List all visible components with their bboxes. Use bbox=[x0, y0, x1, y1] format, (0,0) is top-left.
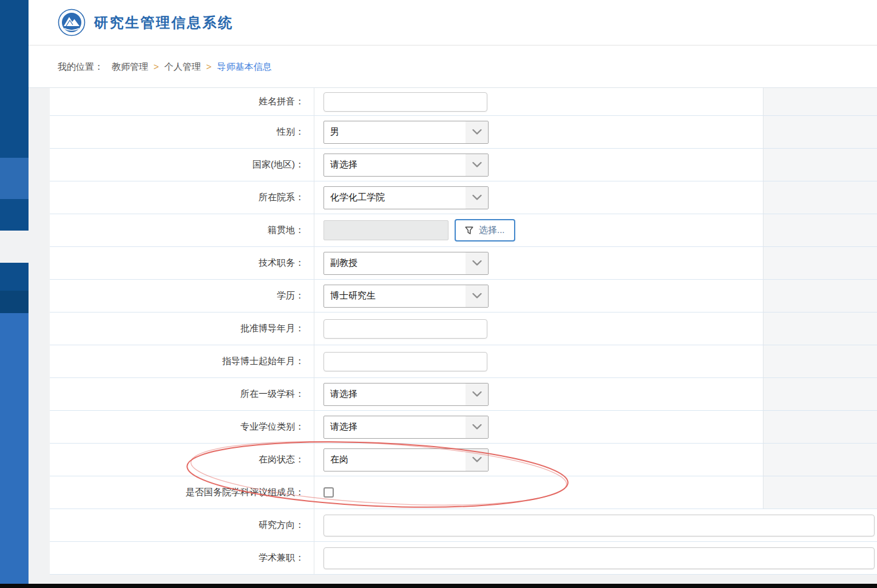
form-row-research-direction: 研究方向： bbox=[50, 509, 877, 542]
form-row-on-duty-status: 在岗状态： 在岗 bbox=[50, 444, 877, 476]
professional-degree-category-select[interactable]: 请选择 bbox=[323, 416, 489, 439]
chevron-down-icon bbox=[466, 449, 488, 471]
chevron-down-icon bbox=[466, 416, 488, 438]
on-duty-status-selected-value: 在岗 bbox=[324, 454, 466, 465]
academic-part-time-label: 学术兼职： bbox=[259, 552, 304, 564]
row-filler bbox=[763, 280, 877, 312]
native-place-picker-button[interactable]: 选择... bbox=[455, 219, 515, 242]
breadcrumb: 我的位置： 教师管理>个人管理>导师基本信息 bbox=[29, 46, 877, 88]
row-filler bbox=[763, 411, 877, 443]
state-council-review-member-checkbox[interactable] bbox=[323, 487, 334, 498]
department-label: 所在院系： bbox=[259, 192, 304, 203]
form-row-name-pinyin: 姓名拼音： bbox=[50, 88, 877, 116]
gender-select[interactable]: 男 bbox=[323, 121, 489, 144]
department-select[interactable]: 化学化工学院 bbox=[323, 186, 489, 209]
chevron-down-icon bbox=[466, 252, 488, 274]
row-filler bbox=[763, 345, 877, 377]
professional-degree-category-selected-value: 请选择 bbox=[324, 421, 466, 433]
row-filler bbox=[763, 378, 877, 410]
country-region-label: 国家(地区)： bbox=[252, 159, 304, 171]
chevron-down-icon bbox=[466, 384, 488, 405]
form-row-department: 所在院系： 化学化工学院 bbox=[50, 181, 877, 214]
name-pinyin-input[interactable] bbox=[323, 92, 487, 112]
doctoral-supervisor-approval-date-label: 批准博导年月： bbox=[240, 323, 304, 334]
form-row-technical-title: 技术职务： 副教授 bbox=[50, 247, 877, 280]
row-filler bbox=[763, 181, 877, 214]
professional-degree-category-label: 专业学位类别： bbox=[240, 421, 304, 433]
sidebar-section[interactable] bbox=[0, 291, 29, 313]
doctoral-supervisor-approval-date-input[interactable] bbox=[323, 319, 487, 339]
native-place-label: 籍贯地： bbox=[268, 225, 304, 236]
technical-title-label: 技术职务： bbox=[259, 257, 304, 269]
education-selected-value: 博士研究生 bbox=[324, 290, 466, 302]
supervisor-info-form: 姓名拼音： 性别： 男 国家(地区)： 请选择 所在院系： 化学化工学院 籍贯地… bbox=[50, 88, 877, 575]
first-level-discipline-selected-value: 请选择 bbox=[324, 388, 466, 400]
form-row-doctoral-guidance-start-date: 指导博士起始年月： bbox=[50, 345, 877, 378]
form-row-professional-degree-category: 专业学位类别： 请选择 bbox=[50, 411, 877, 444]
breadcrumb-item-2[interactable]: 个人管理 bbox=[164, 61, 201, 72]
first-level-discipline-label: 所在一级学科： bbox=[240, 388, 304, 400]
state-council-review-member-label: 是否国务院学科评议组成员： bbox=[186, 487, 304, 498]
technical-title-selected-value: 副教授 bbox=[324, 257, 466, 269]
first-level-discipline-select[interactable]: 请选择 bbox=[323, 383, 489, 406]
form-row-doctoral-supervisor-approval-date: 批准博导年月： bbox=[50, 313, 877, 345]
form-row-country-region: 国家(地区)： 请选择 bbox=[50, 149, 877, 181]
form-row-gender: 性别： 男 bbox=[50, 116, 877, 149]
chevron-down-icon bbox=[466, 121, 488, 143]
technical-title-select[interactable]: 副教授 bbox=[323, 252, 489, 275]
on-duty-status-label: 在岗状态： bbox=[259, 454, 304, 465]
on-duty-status-select[interactable]: 在岗 bbox=[323, 448, 489, 471]
row-filler bbox=[763, 88, 877, 115]
doctoral-guidance-start-date-input[interactable] bbox=[323, 352, 487, 371]
sidebar-gap bbox=[0, 231, 29, 263]
row-filler bbox=[763, 247, 877, 279]
sidebar-section[interactable] bbox=[0, 313, 29, 584]
academic-part-time-input[interactable] bbox=[323, 547, 875, 569]
form-row-native-place: 籍贯地： 选择... bbox=[50, 214, 877, 247]
bottom-black-bar bbox=[0, 584, 877, 588]
page-title: 研究生管理信息系统 bbox=[94, 13, 234, 32]
department-selected-value: 化学化工学院 bbox=[324, 192, 466, 203]
university-logo-icon bbox=[58, 8, 86, 36]
sidebar-section[interactable] bbox=[0, 263, 29, 291]
chevron-down-icon bbox=[466, 187, 488, 209]
education-label: 学历： bbox=[277, 290, 304, 302]
sidebar-nav-strip[interactable] bbox=[0, 0, 29, 584]
native-place-picker-button-label: 选择... bbox=[479, 225, 505, 236]
sidebar-section[interactable] bbox=[0, 0, 29, 158]
chevron-down-icon bbox=[466, 285, 488, 307]
form-row-education: 学历： 博士研究生 bbox=[50, 280, 877, 313]
filter-funnel-icon bbox=[465, 226, 473, 235]
doctoral-guidance-start-date-label: 指导博士起始年月： bbox=[222, 356, 304, 367]
country-region-select[interactable]: 请选择 bbox=[323, 154, 489, 177]
app-header: 研究生管理信息系统 bbox=[29, 0, 877, 46]
breadcrumb-prefix: 我的位置： bbox=[58, 61, 103, 73]
country-region-selected-value: 请选择 bbox=[324, 159, 466, 171]
sidebar-section[interactable] bbox=[0, 199, 29, 231]
education-select[interactable]: 博士研究生 bbox=[323, 285, 489, 308]
row-filler bbox=[763, 476, 877, 509]
gender-selected-value: 男 bbox=[324, 126, 466, 138]
row-filler bbox=[763, 444, 877, 476]
chevron-down-icon bbox=[466, 154, 488, 176]
research-direction-label: 研究方向： bbox=[259, 519, 304, 531]
breadcrumb-separator: > bbox=[154, 61, 159, 72]
breadcrumb-separator: > bbox=[206, 61, 212, 72]
breadcrumb-item-3[interactable]: 导师基本信息 bbox=[217, 61, 272, 72]
row-filler bbox=[763, 116, 877, 148]
form-row-state-council-review-member: 是否国务院学科评议组成员： bbox=[50, 476, 877, 509]
native-place-readonly-field bbox=[323, 220, 449, 240]
sidebar-section[interactable] bbox=[0, 158, 29, 199]
gender-label: 性别： bbox=[277, 126, 304, 138]
research-direction-input[interactable] bbox=[323, 515, 875, 536]
form-row-first-level-discipline: 所在一级学科： 请选择 bbox=[50, 378, 877, 411]
breadcrumb-item-1[interactable]: 教师管理 bbox=[112, 61, 148, 72]
name-pinyin-label: 姓名拼音： bbox=[259, 96, 304, 107]
form-row-academic-part-time: 学术兼职： bbox=[50, 542, 877, 575]
row-filler bbox=[763, 214, 877, 246]
row-filler bbox=[763, 149, 877, 181]
row-filler bbox=[763, 313, 877, 345]
